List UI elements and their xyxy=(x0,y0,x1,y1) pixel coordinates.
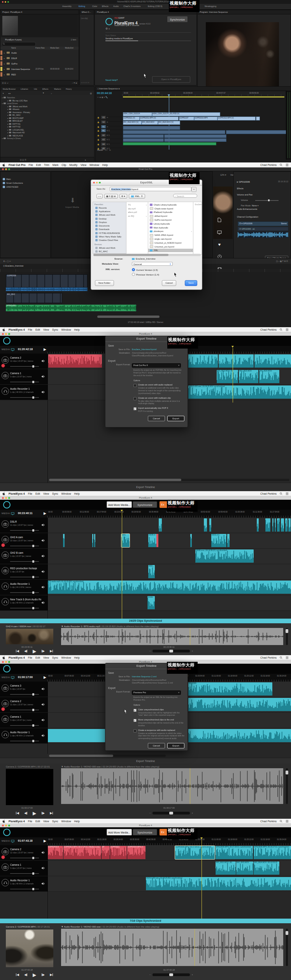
track-header[interactable]: Audio Recorder 1 1 clip | 48 KHz | 2 cha… xyxy=(0,385,48,400)
clip[interactable] xyxy=(204,518,207,532)
sidebar-favorite[interactable]: Desktop xyxy=(93,217,126,220)
clip[interactable]: MVI_0623.MOV xyxy=(236,861,253,875)
tree-item[interactable]: ▸ 4Assets xyxy=(2,108,93,111)
waveform-zoom-slider[interactable]: −+ xyxy=(153,812,190,814)
speaker-icon[interactable] xyxy=(41,552,45,559)
clip[interactable]: produc xyxy=(147,596,155,609)
file-item[interactable]: Unsorted_pi_NOESX.fcpxml xyxy=(148,241,193,245)
video-clip-filmstrip[interactable]: GOPR3936 xyxy=(6,274,88,288)
play-icon[interactable]: ▶ xyxy=(44,347,46,352)
disclosure-icon[interactable]: ▸ xyxy=(4,57,5,59)
clip[interactable] xyxy=(288,518,291,532)
track-header[interactable]: New Track 6 (from Audio Recor... 1 clip … xyxy=(0,595,48,610)
program-video-frame[interactable] xyxy=(206,22,279,93)
sidebar-favorite[interactable]: Downloads xyxy=(93,228,126,231)
menubar-user[interactable]: Chad Perkins xyxy=(260,492,277,495)
timeline-tools[interactable]: ✂ ◈ ▣ ▾ 🔧 xyxy=(97,96,108,98)
spotlight-icon[interactable] xyxy=(280,328,282,331)
menu-item[interactable]: View xyxy=(81,164,86,166)
project-toolbar-icons-right[interactable]: ⌕ ▣ ⬓ xyxy=(72,82,77,84)
xml-version-previous[interactable]: Previous Version (1.4) xyxy=(132,273,159,276)
menubar-user[interactable]: Chad Perkins xyxy=(260,328,277,331)
notification-icon[interactable] xyxy=(286,820,289,823)
expand-button[interactable]: ▾ xyxy=(191,187,196,192)
clip[interactable] xyxy=(48,354,102,368)
menu-item[interactable]: PluralEyes 4 xyxy=(9,820,25,823)
library-item[interactable]: Smart Collections xyxy=(0,181,50,185)
step-forward-icon[interactable]: ▶ xyxy=(40,811,46,815)
traffic-lights[interactable] xyxy=(2,497,10,499)
menu-item[interactable]: Help xyxy=(74,656,80,659)
audio-waveform-preview[interactable] xyxy=(61,768,283,804)
library-item[interactable]: Main xyxy=(0,177,50,181)
menu-item[interactable]: Mark xyxy=(53,164,59,166)
monitor-icon[interactable] xyxy=(217,230,222,234)
clip[interactable] xyxy=(219,354,254,368)
menu-item[interactable]: PluralEyes 4 xyxy=(9,656,25,659)
menu-item[interactable]: PluralEyes 4 xyxy=(9,492,25,495)
need-help-link[interactable]: Need Help? xyxy=(105,79,118,81)
step-forward-icon[interactable]: ▶ xyxy=(40,973,46,977)
audio-preview-title[interactable]: ▼ Audio Recorder 1 / MONO-000.wav | 01:0… xyxy=(61,926,160,928)
sidebar-favorite[interactable]: When Harry Made Sally xyxy=(93,235,126,238)
speaker-icon[interactable] xyxy=(41,849,45,856)
video-clip[interactable]: GOPR1910.MP4 [V] xyxy=(217,117,256,120)
speaker-icon[interactable] xyxy=(41,716,45,723)
pan-mode-row[interactable]: Pan Mode: None ▾ xyxy=(241,204,259,207)
project-row[interactable]: ▸ Interview Sequence 23.976 fps 00:00:00… xyxy=(0,66,78,72)
clip[interactable] xyxy=(281,518,284,532)
skip-start-icon[interactable]: ◀ xyxy=(15,973,20,977)
scroll-icon[interactable]: ▲ xyxy=(84,159,86,161)
panel-tab[interactable]: Markers xyxy=(54,88,61,90)
video-clip[interactable]: A064_C004_0101GA xyxy=(123,112,152,116)
dialog-titlebar[interactable]: ExportXML xyxy=(91,180,202,186)
apple-icon[interactable] xyxy=(2,492,5,495)
track-header[interactable]: DSLR 11 clips | 23.97 fps | stereo xyxy=(0,518,48,533)
apple-icon[interactable] xyxy=(2,328,5,331)
audio-preview-title[interactable]: ▼ Audio Recorder 1 / BTS audio.mp3 | 01:… xyxy=(61,625,159,628)
speaker-icon[interactable] xyxy=(41,583,45,590)
workspace-tab[interactable]: Color xyxy=(92,5,97,7)
video-clip[interactable]: A064_C004_0101TF_001.R3D [V] xyxy=(152,112,220,116)
video-preview[interactable] xyxy=(6,629,53,644)
project-search-input[interactable] xyxy=(2,42,36,46)
menubar-user[interactable]: Chad Perkins xyxy=(260,164,277,166)
workspace-tab[interactable]: Metalogging xyxy=(205,5,216,7)
play-icon[interactable]: ▶ xyxy=(44,675,46,680)
clip[interactable]: GOPR3936.M xyxy=(47,846,63,859)
volume-slider[interactable] xyxy=(10,561,39,562)
file-item[interactable]: XML› xyxy=(148,249,193,253)
menu-item[interactable]: Window xyxy=(61,820,71,823)
volume-slider[interactable] xyxy=(10,873,39,874)
track-header[interactable]: GH2 A cam 10 clips | 23.97 fps | stereo xyxy=(0,533,48,548)
clip[interactable] xyxy=(190,534,192,547)
speaker-icon[interactable] xyxy=(41,732,45,739)
workspace-tab[interactable]: Audio xyxy=(113,5,119,7)
clip[interactable]: A001_ xyxy=(148,565,155,578)
export-format-select[interactable]: Premiere Pro xyxy=(132,691,181,695)
library-item[interactable]: UNSYNCED xyxy=(0,185,50,189)
video-clip[interactable]: GOPR2016.MP4 xyxy=(194,117,217,120)
clip[interactable] xyxy=(94,534,95,547)
file-item[interactable]: Chads Library.fcpbundle xyxy=(148,203,193,207)
project-row[interactable]: ▸ GoPro xyxy=(0,61,78,66)
timeline-tools-right[interactable]: ◳ ♪ ▦ T ⚙ ⊡ xyxy=(276,260,288,262)
sidebar-device[interactable]: BC_MAC xyxy=(93,249,126,253)
track-header[interactable]: Camera 3 6 clips | 23.97 fps xyxy=(0,682,48,697)
view-toggle-icons[interactable]: ▥ ▤ ⊞ xyxy=(20,159,26,161)
timeline-ruler[interactable]: 00:0000:07:06:0000:14:12:0000:21:18:0000… xyxy=(47,837,291,845)
xml-version-current[interactable]: Current Version (1.5) xyxy=(132,268,158,271)
checkbox[interactable] xyxy=(133,407,137,410)
step-back-icon[interactable]: ◀ xyxy=(23,649,28,653)
project-thumbnail[interactable] xyxy=(2,16,18,35)
skip-start-icon[interactable]: ◀ xyxy=(15,649,20,653)
open-in-pluraleyes-button[interactable]: Open in PluralEyes xyxy=(152,76,190,83)
audio-waveform-preview[interactable] xyxy=(61,628,283,645)
dialog-hscrollbar[interactable] xyxy=(93,254,201,256)
volume-slider[interactable] xyxy=(10,694,39,695)
track-header[interactable]: Camera 1 3 clips | 23.97 fps | mono xyxy=(0,713,48,728)
menu-item[interactable]: Sync xyxy=(52,492,58,495)
clip[interactable]: UP xyxy=(102,846,110,859)
file-item[interactable]: TS› xyxy=(126,203,148,207)
panel-tab[interactable]: Libraries xyxy=(21,88,28,90)
